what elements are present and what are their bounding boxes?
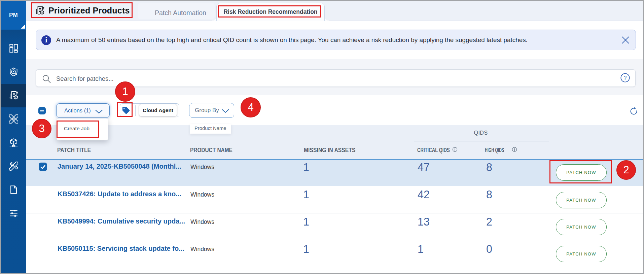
svg-text:?: ? [624,75,627,81]
